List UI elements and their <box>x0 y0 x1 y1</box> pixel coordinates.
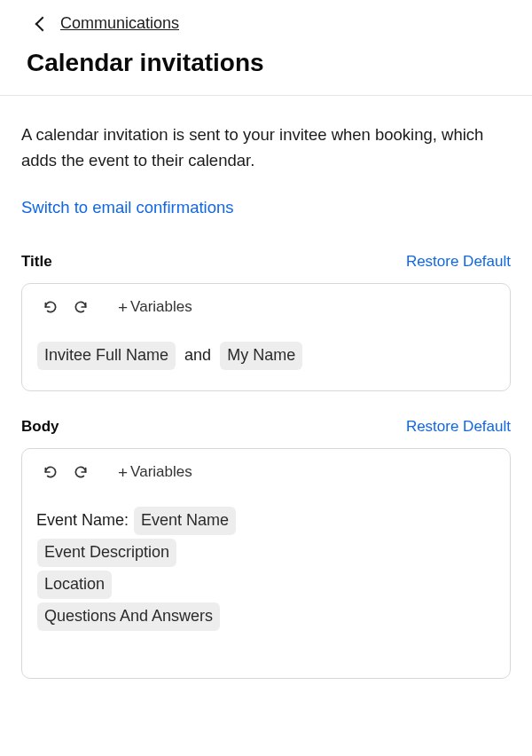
variables-label: Variables <box>130 463 192 481</box>
redo-icon[interactable] <box>70 296 91 318</box>
breadcrumb: Communications <box>27 14 505 33</box>
title-editor-content[interactable]: Invitee Full Name and My Name <box>36 339 496 371</box>
plus-icon: + <box>118 299 128 316</box>
undo-icon[interactable] <box>40 461 61 483</box>
page-title: Calendar invitations <box>27 49 505 77</box>
body-toolbar: + Variables <box>36 461 496 483</box>
variable-chip-event-name[interactable]: Event Name <box>134 507 236 535</box>
undo-icon[interactable] <box>40 296 61 318</box>
plus-icon: + <box>118 464 128 481</box>
body-editor[interactable]: + Variables Event Name: Event Name Event… <box>21 448 511 679</box>
description-text: A calendar invitation is sent to your in… <box>21 122 511 173</box>
body-editor-content[interactable]: Event Name: Event Name Event Description… <box>36 504 496 632</box>
variable-chip-event-description[interactable]: Event Description <box>37 539 176 567</box>
body-label: Body <box>21 418 59 436</box>
variable-chip-location[interactable]: Location <box>37 571 112 599</box>
title-toolbar: + Variables <box>36 296 496 318</box>
chevron-left-icon[interactable] <box>35 16 51 31</box>
redo-icon[interactable] <box>70 461 91 483</box>
title-field-block: Title Restore Default + Variables Invite… <box>21 253 511 391</box>
body-restore-link[interactable]: Restore Default <box>406 418 511 436</box>
switch-to-email-link[interactable]: Switch to email confirmations <box>21 198 234 217</box>
variables-button[interactable]: + Variables <box>118 463 192 481</box>
body-field-block: Body Restore Default + Variables Event N… <box>21 418 511 679</box>
title-editor[interactable]: + Variables Invitee Full Name and My Nam… <box>21 283 511 391</box>
variable-chip-qna[interactable]: Questions And Answers <box>37 602 220 631</box>
title-restore-link[interactable]: Restore Default <box>406 253 511 271</box>
event-name-prefix: Event Name: <box>36 511 129 529</box>
variables-button[interactable]: + Variables <box>118 298 192 316</box>
variable-chip-my-name[interactable]: My Name <box>220 342 302 370</box>
breadcrumb-link[interactable]: Communications <box>60 14 179 33</box>
variables-label: Variables <box>130 298 192 316</box>
title-label: Title <box>21 253 52 271</box>
variable-chip-invitee-full-name[interactable]: Invitee Full Name <box>37 342 176 370</box>
and-text: and <box>184 346 211 364</box>
